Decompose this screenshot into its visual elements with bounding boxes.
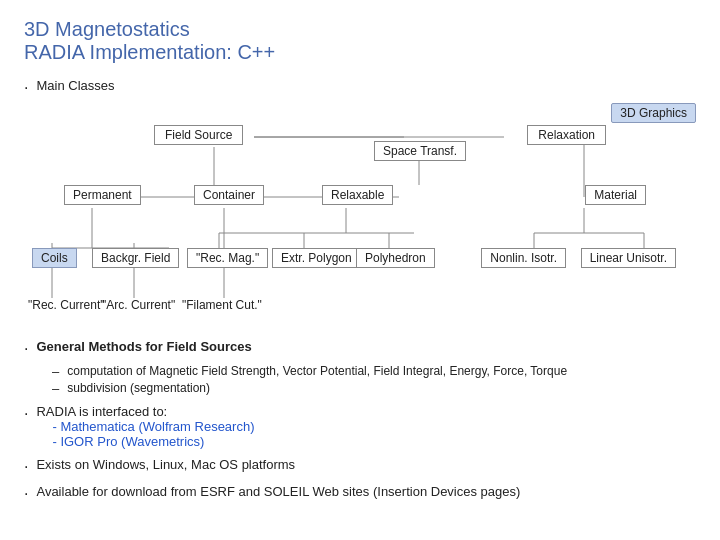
main-classes-bullet: · Main Classes: [24, 78, 696, 97]
title-line1: 3D Magnetostatics: [24, 18, 696, 41]
sub-text-0: computation of Magnetic Field Strength, …: [67, 364, 567, 379]
sub-text-1: subdivision (segmentation): [67, 381, 210, 396]
box-nonlinisotr: Nonlin. Isotr.: [481, 248, 566, 268]
box-polyhedron: Polyhedron: [356, 248, 435, 268]
box-filamentcut: "Filament Cut.": [182, 298, 262, 312]
box-spacetransf: Space Transf.: [374, 141, 466, 161]
radia-sub-1: - IGOR Pro (Wavemetrics): [52, 434, 254, 449]
bullet-radia-icon: ·: [24, 405, 28, 423]
sub-item-1: – subdivision (segmentation): [52, 381, 696, 396]
dash-icon-1: –: [52, 381, 59, 396]
bullet-exists-icon: ·: [24, 458, 28, 476]
main-classes-label: Main Classes: [36, 78, 114, 93]
box-arccurrent: "Arc. Current": [102, 298, 175, 312]
sub-item-0: – computation of Magnetic Field Strength…: [52, 364, 696, 379]
box-backgr: Backgr. Field: [92, 248, 179, 268]
radia-label: RADIA is interfaced to:: [36, 404, 167, 419]
box-material: Material: [585, 185, 646, 205]
general-methods-label: General Methods for Field Sources: [36, 339, 251, 354]
box-relaxation: Relaxation: [527, 125, 606, 145]
exists-on-label: Exists on Windows, Linux, Mac OS platfor…: [36, 457, 295, 472]
bullet-icon: ·: [24, 79, 28, 97]
available-label: Available for download from ESRF and SOL…: [36, 484, 520, 499]
radia-sub-0: - Mathematica (Wolfram Research): [52, 419, 254, 434]
section-exists-on: · Exists on Windows, Linux, Mac OS platf…: [24, 457, 696, 476]
diagram-area: 3D Graphics Field Source Relaxation Spac…: [24, 103, 696, 333]
box-relaxable: Relaxable: [322, 185, 393, 205]
box-recmag: "Rec. Mag.": [187, 248, 268, 268]
box-linearisotr: Linear Unisotr.: [581, 248, 676, 268]
section-radia-interfaced: · RADIA is interfaced to: - Mathematica …: [24, 404, 696, 449]
bullet-available-icon: ·: [24, 485, 28, 503]
title-line2: RADIA Implementation: C++: [24, 41, 696, 64]
box-fieldsource: Field Source: [154, 125, 243, 145]
box-container: Container: [194, 185, 264, 205]
section-available-download: · Available for download from ESRF and S…: [24, 484, 696, 503]
box-permanent: Permanent: [64, 185, 141, 205]
bullet-general-icon: ·: [24, 340, 28, 358]
box-3dgraphics: 3D Graphics: [611, 103, 696, 123]
box-coils: Coils: [32, 248, 77, 268]
title-block: 3D Magnetostatics RADIA Implementation: …: [24, 18, 696, 64]
box-extrpoly: Extr. Polygon: [272, 248, 361, 268]
section-general-methods: · General Methods for Field Sources – co…: [24, 339, 696, 396]
box-reccurrent: "Rec. Current": [28, 298, 105, 312]
dash-icon-0: –: [52, 364, 59, 379]
